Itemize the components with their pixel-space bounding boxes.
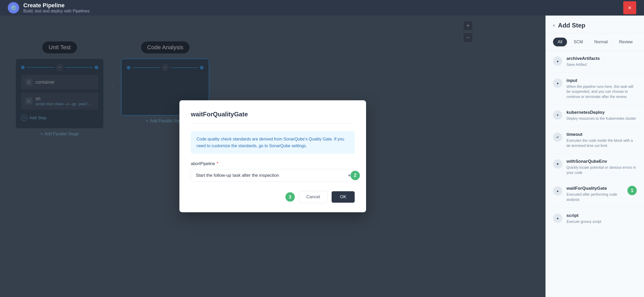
timeout-icon: ✔ bbox=[553, 132, 562, 142]
tab-scm[interactable]: SCM bbox=[569, 38, 588, 46]
kubernetesDeploy-name: kubernetesDeploy bbox=[566, 110, 636, 115]
modal-overlay: waitForQualityGate Code quality check st… bbox=[0, 16, 545, 297]
right-sidebar: ‹ Add Step All SCM Normal Review ● archi… bbox=[545, 16, 644, 297]
script-icon: ● bbox=[553, 214, 562, 223]
waitForQualityGate-name: waitForQualityGate bbox=[566, 186, 623, 191]
sidebar-item-waitForQualityGate[interactable]: ● waitForQualityGate Executed after perf… bbox=[546, 181, 644, 208]
ok-button[interactable]: OK bbox=[332, 191, 355, 203]
input-content: input When the pipeline runs here, this … bbox=[566, 78, 637, 100]
waitForQualityGate-badge: 1 bbox=[627, 186, 637, 195]
header-title-block: Create Pipeline Build, test and deploy w… bbox=[23, 2, 89, 13]
archiveArtifacts-content: archiveArtifacts Save Artifact bbox=[566, 56, 600, 67]
timeout-name: timeout bbox=[566, 132, 637, 137]
sidebar-title: Add Step bbox=[558, 22, 585, 29]
cancel-button[interactable]: Cancel bbox=[299, 191, 328, 203]
waitForQualityGate-icon: ● bbox=[553, 186, 562, 196]
tab-all[interactable]: All bbox=[553, 38, 567, 46]
archiveArtifacts-desc: Save Artifact bbox=[566, 62, 600, 67]
input-name: input bbox=[566, 78, 637, 83]
sidebar-tabs: All SCM Normal Review bbox=[546, 33, 644, 51]
script-desc: Execute groovy script bbox=[566, 219, 601, 224]
page-subtitle: Build, test and deploy with Pipelines bbox=[23, 9, 89, 13]
kubernetesDeploy-icon: ✦ bbox=[553, 110, 562, 120]
sidebar-header: ‹ Add Step bbox=[546, 16, 644, 33]
tab-normal[interactable]: Normal bbox=[590, 38, 612, 46]
waitForQualityGate-desc: Executed after performing code analysis bbox=[566, 192, 623, 202]
withSonarQubeEnv-content: withSonarQubeEnv Quickly locate potentia… bbox=[566, 159, 637, 175]
select-step-badge: 2 bbox=[351, 171, 360, 180]
header: ⚙️ Create Pipeline Build, test and deplo… bbox=[0, 0, 644, 16]
kubernetesDeploy-content: kubernetesDeploy Deploy resources to the… bbox=[566, 110, 636, 121]
modal-dialog: waitForQualityGate Code quality check st… bbox=[179, 100, 366, 212]
logo-icon: ⚙️ bbox=[8, 2, 19, 13]
page-title: Create Pipeline bbox=[23, 2, 89, 9]
timeout-content: timeout Executes the code inside the blo… bbox=[566, 132, 637, 148]
timeout-desc: Executes the code inside the block with … bbox=[566, 138, 637, 148]
withSonarQubeEnv-icon: ▼ bbox=[553, 159, 562, 169]
modal-select-wrapper: Start the follow-up task after the inspe… bbox=[191, 169, 355, 182]
header-left: ⚙️ Create Pipeline Build, test and deplo… bbox=[8, 2, 89, 13]
withSonarQubeEnv-name: withSonarQubeEnv bbox=[566, 159, 637, 164]
sidebar-item-input[interactable]: ● input When the pipeline runs here, thi… bbox=[546, 73, 644, 105]
sidebar-item-withSonarQubeEnv[interactable]: ▼ withSonarQubeEnv Quickly locate potent… bbox=[546, 154, 644, 181]
modal-info-box: Code quality check standards are derived… bbox=[191, 131, 355, 154]
sidebar-item-kubernetesDeploy[interactable]: ✦ kubernetesDeploy Deploy resources to t… bbox=[546, 105, 644, 127]
sidebar-item-timeout[interactable]: ✔ timeout Executes the code inside the b… bbox=[546, 127, 644, 154]
tab-review[interactable]: Review bbox=[614, 38, 637, 46]
modal-field-label: abortPipeline * bbox=[191, 161, 355, 166]
sidebar-item-script[interactable]: ● script Execute groovy script bbox=[546, 208, 644, 230]
modal-title: waitForQualityGate bbox=[191, 111, 355, 123]
required-indicator: * bbox=[216, 161, 218, 166]
withSonarQubeEnv-desc: Quickly locate potential or obvious erro… bbox=[566, 165, 637, 175]
close-button[interactable]: × bbox=[623, 1, 636, 14]
canvas-area: + − Unit Test + ☰ contain bbox=[0, 16, 545, 297]
waitForQualityGate-content: waitForQualityGate Executed after perfor… bbox=[566, 186, 623, 202]
kubernetesDeploy-desc: Deploy resources to the Kubernetes clust… bbox=[566, 116, 636, 121]
ok-step-badge: 3 bbox=[285, 192, 295, 202]
main-area: + − Unit Test + ☰ contain bbox=[0, 16, 644, 297]
archiveArtifacts-icon: ● bbox=[553, 56, 562, 66]
sidebar-item-archiveArtifacts[interactable]: ● archiveArtifacts Save Artifact bbox=[546, 51, 644, 73]
script-content: script Execute groovy script bbox=[566, 213, 601, 224]
script-name: script bbox=[566, 213, 601, 218]
modal-footer: 3 Cancel OK bbox=[191, 191, 355, 203]
input-desc: When the pipeline runs here, this task w… bbox=[566, 84, 637, 100]
input-icon: ● bbox=[553, 79, 562, 88]
abort-pipeline-select[interactable]: Start the follow-up task after the inspe… bbox=[191, 169, 355, 182]
archiveArtifacts-name: archiveArtifacts bbox=[566, 56, 600, 61]
back-arrow-icon[interactable]: ‹ bbox=[553, 22, 555, 29]
